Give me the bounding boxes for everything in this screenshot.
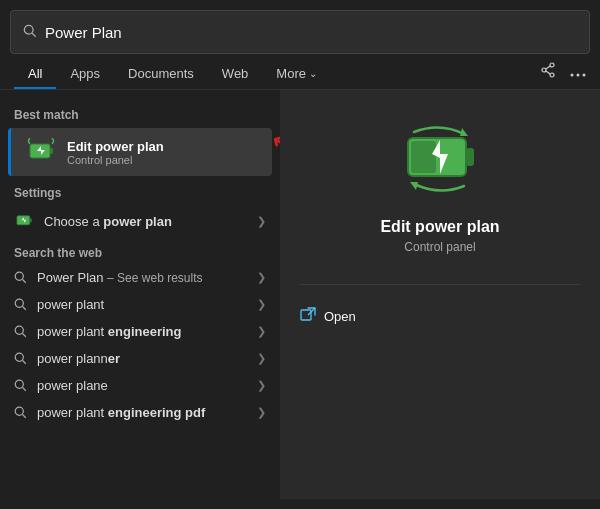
search-input[interactable] [45, 24, 577, 41]
chevron-right-icon: ❯ [257, 215, 266, 228]
settings-item-label: Choose a power plan [44, 214, 172, 229]
settings-item-icon [14, 211, 34, 231]
svg-point-9 [583, 73, 586, 76]
best-match-label: Best match [0, 100, 280, 126]
svg-marker-30 [410, 182, 418, 190]
search-small-icon-3 [14, 352, 27, 365]
web-search-item-3-left: power planner [14, 351, 120, 366]
share-icon[interactable] [540, 62, 556, 82]
search-small-icon-1 [14, 298, 27, 311]
web-search-item-3[interactable]: power planner ❯ [0, 345, 280, 372]
open-label: Open [324, 309, 356, 324]
chevron-right-icon-1: ❯ [257, 298, 266, 311]
best-match-title: Edit power plan [67, 139, 164, 154]
svg-point-2 [550, 63, 554, 67]
svg-point-14 [15, 272, 23, 280]
svg-rect-13 [30, 218, 32, 222]
svg-point-24 [15, 407, 23, 415]
search-small-icon-4 [14, 379, 27, 392]
right-panel-subtitle: Control panel [404, 240, 475, 254]
svg-marker-29 [460, 128, 468, 136]
best-match-icon [25, 136, 57, 168]
svg-line-6 [546, 71, 550, 74]
search-bar[interactable] [10, 10, 590, 54]
svg-point-7 [571, 73, 574, 76]
open-icon [300, 307, 316, 326]
tabs-bar: All Apps Documents Web More ⌄ [0, 54, 600, 90]
settings-item[interactable]: Choose a power plan ❯ [0, 204, 280, 238]
tabs-left: All Apps Documents Web More ⌄ [14, 60, 331, 89]
settings-label: Settings [0, 178, 280, 204]
right-panel: Edit power plan Control panel Open [280, 90, 600, 499]
web-search-text-5: power plant engineering pdf [37, 405, 205, 420]
chevron-right-icon-2: ❯ [257, 325, 266, 338]
web-search-item-1-left: power plant [14, 297, 104, 312]
svg-point-4 [542, 68, 546, 72]
svg-point-3 [550, 73, 554, 77]
web-search-item-0[interactable]: Power Plan – See web results ❯ [0, 264, 280, 291]
chevron-right-icon-0: ❯ [257, 271, 266, 284]
red-arrow-icon: ➜ [267, 127, 280, 159]
search-icon [23, 24, 37, 41]
right-panel-divider [300, 284, 580, 285]
svg-rect-12 [17, 216, 30, 225]
chevron-right-icon-4: ❯ [257, 379, 266, 392]
svg-line-1 [32, 33, 36, 37]
svg-line-17 [23, 307, 26, 310]
svg-line-5 [546, 66, 550, 69]
chevron-down-icon: ⌄ [309, 68, 317, 79]
svg-point-0 [24, 25, 33, 34]
svg-line-21 [23, 361, 26, 364]
web-search-item-2-left: power plant engineering [14, 324, 182, 339]
web-search-item-5-left: power plant engineering pdf [14, 405, 205, 420]
svg-point-22 [15, 380, 23, 388]
more-options-icon[interactable] [570, 63, 586, 81]
svg-rect-11 [50, 148, 53, 154]
tab-apps[interactable]: Apps [56, 60, 114, 89]
tab-web[interactable]: Web [208, 60, 263, 89]
search-small-icon-0 [14, 271, 27, 284]
web-search-text-1: power plant [37, 297, 104, 312]
svg-line-23 [23, 388, 26, 391]
web-search-item-5[interactable]: power plant engineering pdf ❯ [0, 399, 280, 426]
tab-all[interactable]: All [14, 60, 56, 89]
settings-item-left: Choose a power plan [14, 211, 172, 231]
web-search-text-4: power plane [37, 378, 108, 393]
main-content: Best match Edit power plan Control panel… [0, 90, 600, 499]
web-search-text-2: power plant engineering [37, 324, 182, 339]
search-small-icon-5 [14, 406, 27, 419]
svg-line-19 [23, 334, 26, 337]
right-panel-title: Edit power plan [380, 218, 499, 236]
tab-more[interactable]: More ⌄ [262, 60, 331, 89]
web-search-item-4[interactable]: power plane ❯ [0, 372, 280, 399]
web-search-label: Search the web [0, 238, 280, 264]
open-button[interactable]: Open [300, 301, 580, 332]
tab-documents[interactable]: Documents [114, 60, 208, 89]
web-search-item-1[interactable]: power plant ❯ [0, 291, 280, 318]
svg-rect-31 [301, 310, 311, 320]
best-match-text: Edit power plan Control panel [67, 139, 164, 166]
svg-line-25 [23, 415, 26, 418]
svg-rect-27 [466, 148, 474, 166]
svg-point-18 [15, 326, 23, 334]
tabs-right [540, 62, 586, 88]
chevron-right-icon-5: ❯ [257, 406, 266, 419]
web-search-item-4-left: power plane [14, 378, 108, 393]
best-match-item[interactable]: Edit power plan Control panel ➜ [8, 128, 272, 176]
svg-point-8 [577, 73, 580, 76]
chevron-right-icon-3: ❯ [257, 352, 266, 365]
search-small-icon-2 [14, 325, 27, 338]
svg-line-15 [23, 280, 26, 283]
svg-rect-28 [411, 141, 436, 173]
left-panel: Best match Edit power plan Control panel… [0, 90, 280, 499]
best-match-subtitle: Control panel [67, 154, 164, 166]
right-panel-app-icon [400, 120, 480, 204]
web-search-item-2[interactable]: power plant engineering ❯ [0, 318, 280, 345]
svg-point-16 [15, 299, 23, 307]
web-search-text-3: power planner [37, 351, 120, 366]
svg-point-20 [15, 353, 23, 361]
web-search-text-0: Power Plan – See web results [37, 270, 202, 285]
web-search-item-0-left: Power Plan – See web results [14, 270, 202, 285]
